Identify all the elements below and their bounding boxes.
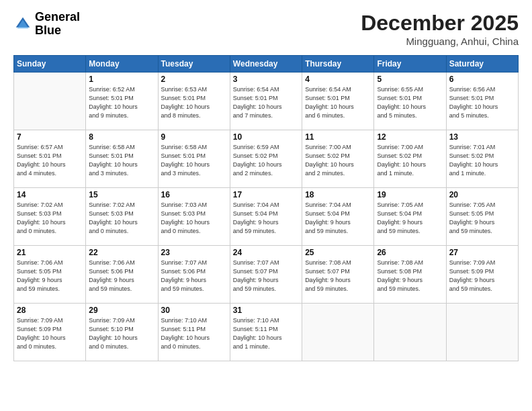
calendar-header-row: SundayMondayTuesdayWednesdayThursdayFrid… [14, 56, 519, 73]
day-info: Sunrise: 7:08 AM Sunset: 5:07 PM Dayligh… [305, 259, 371, 293]
calendar-cell: 19Sunrise: 7:05 AM Sunset: 5:04 PM Dayli… [374, 188, 446, 246]
calendar-cell: 22Sunrise: 7:06 AM Sunset: 5:06 PM Dayli… [86, 246, 158, 304]
calendar-week-row: 21Sunrise: 7:06 AM Sunset: 5:05 PM Dayli… [14, 246, 519, 304]
calendar-cell: 11Sunrise: 7:00 AM Sunset: 5:02 PM Dayli… [302, 130, 374, 188]
day-number: 27 [449, 248, 515, 257]
calendar-week-row: 7Sunrise: 6:57 AM Sunset: 5:01 PM Daylig… [14, 130, 519, 188]
day-number: 20 [449, 190, 515, 199]
day-info: Sunrise: 7:09 AM Sunset: 5:09 PM Dayligh… [449, 259, 515, 293]
day-number: 4 [305, 75, 371, 84]
day-number: 17 [233, 190, 299, 199]
calendar-weekday: Monday [86, 56, 158, 73]
day-info: Sunrise: 6:59 AM Sunset: 5:02 PM Dayligh… [233, 143, 299, 178]
calendar-table: SundayMondayTuesdayWednesdayThursdayFrid… [13, 55, 519, 361]
day-info: Sunrise: 6:55 AM Sunset: 5:01 PM Dayligh… [377, 85, 443, 120]
day-number: 6 [449, 75, 515, 84]
day-info: Sunrise: 7:01 AM Sunset: 5:02 PM Dayligh… [449, 143, 515, 178]
calendar-cell [446, 304, 518, 361]
day-number: 30 [161, 306, 227, 315]
day-info: Sunrise: 7:07 AM Sunset: 5:07 PM Dayligh… [233, 259, 299, 293]
logo-general: General [35, 11, 80, 24]
day-info: Sunrise: 7:05 AM Sunset: 5:04 PM Dayligh… [377, 201, 443, 236]
day-info: Sunrise: 7:02 AM Sunset: 5:03 PM Dayligh… [89, 201, 154, 236]
calendar-cell: 13Sunrise: 7:01 AM Sunset: 5:02 PM Dayli… [446, 130, 518, 188]
day-info: Sunrise: 7:02 AM Sunset: 5:03 PM Dayligh… [17, 201, 83, 236]
day-number: 25 [305, 248, 371, 257]
calendar-cell: 9Sunrise: 6:58 AM Sunset: 5:01 PM Daylig… [158, 130, 230, 188]
day-info: Sunrise: 7:04 AM Sunset: 5:04 PM Dayligh… [305, 201, 371, 236]
calendar-weekday: Wednesday [230, 56, 302, 73]
day-info: Sunrise: 7:10 AM Sunset: 5:11 PM Dayligh… [161, 316, 227, 351]
day-info: Sunrise: 7:10 AM Sunset: 5:11 PM Dayligh… [233, 316, 299, 351]
calendar-cell: 2Sunrise: 6:53 AM Sunset: 5:01 PM Daylig… [158, 73, 230, 130]
day-number: 29 [89, 306, 154, 315]
calendar-cell: 3Sunrise: 6:54 AM Sunset: 5:01 PM Daylig… [230, 73, 302, 130]
logo-text: General Blue [35, 11, 80, 38]
day-number: 2 [161, 75, 227, 84]
day-info: Sunrise: 7:00 AM Sunset: 5:02 PM Dayligh… [305, 143, 371, 178]
calendar-week-row: 28Sunrise: 7:09 AM Sunset: 5:09 PM Dayli… [14, 304, 519, 361]
day-number: 31 [233, 306, 299, 315]
logo-blue: Blue [35, 24, 80, 38]
day-number: 24 [233, 248, 299, 257]
calendar-cell: 26Sunrise: 7:08 AM Sunset: 5:08 PM Dayli… [374, 246, 446, 304]
day-number: 8 [89, 132, 154, 142]
day-info: Sunrise: 7:03 AM Sunset: 5:03 PM Dayligh… [161, 201, 227, 236]
day-info: Sunrise: 6:56 AM Sunset: 5:01 PM Dayligh… [449, 85, 515, 120]
header: General Blue December 2025 Mingguang, An… [13, 11, 519, 47]
calendar-cell: 31Sunrise: 7:10 AM Sunset: 5:11 PM Dayli… [230, 304, 302, 361]
calendar-cell: 5Sunrise: 6:55 AM Sunset: 5:01 PM Daylig… [374, 73, 446, 130]
day-info: Sunrise: 6:58 AM Sunset: 5:01 PM Dayligh… [89, 143, 154, 178]
calendar-weekday: Friday [374, 56, 446, 73]
day-number: 5 [377, 75, 443, 84]
day-info: Sunrise: 6:52 AM Sunset: 5:01 PM Dayligh… [89, 85, 154, 120]
page: General Blue December 2025 Mingguang, An… [0, 0, 532, 411]
day-info: Sunrise: 7:00 AM Sunset: 5:02 PM Dayligh… [377, 143, 443, 178]
calendar-cell: 4Sunrise: 6:54 AM Sunset: 5:01 PM Daylig… [302, 73, 374, 130]
calendar-cell: 18Sunrise: 7:04 AM Sunset: 5:04 PM Dayli… [302, 188, 374, 246]
calendar-cell: 15Sunrise: 7:02 AM Sunset: 5:03 PM Dayli… [86, 188, 158, 246]
day-info: Sunrise: 7:06 AM Sunset: 5:05 PM Dayligh… [17, 259, 83, 293]
calendar-cell: 17Sunrise: 7:04 AM Sunset: 5:04 PM Dayli… [230, 188, 302, 246]
calendar-cell [302, 304, 374, 361]
day-info: Sunrise: 7:07 AM Sunset: 5:06 PM Dayligh… [161, 259, 227, 293]
day-info: Sunrise: 6:58 AM Sunset: 5:01 PM Dayligh… [161, 143, 227, 178]
day-info: Sunrise: 7:04 AM Sunset: 5:04 PM Dayligh… [233, 201, 299, 236]
day-number: 11 [305, 132, 371, 142]
calendar-cell: 12Sunrise: 7:00 AM Sunset: 5:02 PM Dayli… [374, 130, 446, 188]
day-info: Sunrise: 6:54 AM Sunset: 5:01 PM Dayligh… [305, 85, 371, 120]
calendar-cell: 29Sunrise: 7:09 AM Sunset: 5:10 PM Dayli… [86, 304, 158, 361]
day-number: 9 [161, 132, 227, 142]
calendar-cell: 24Sunrise: 7:07 AM Sunset: 5:07 PM Dayli… [230, 246, 302, 304]
day-info: Sunrise: 7:09 AM Sunset: 5:10 PM Dayligh… [89, 316, 154, 351]
calendar-cell: 28Sunrise: 7:09 AM Sunset: 5:09 PM Dayli… [14, 304, 86, 361]
day-number: 26 [377, 248, 443, 257]
day-number: 23 [161, 248, 227, 257]
calendar-cell: 1Sunrise: 6:52 AM Sunset: 5:01 PM Daylig… [86, 73, 158, 130]
day-number: 19 [377, 190, 443, 199]
logo: General Blue [13, 11, 80, 38]
day-number: 3 [233, 75, 299, 84]
day-number: 18 [305, 190, 371, 199]
calendar-cell: 21Sunrise: 7:06 AM Sunset: 5:05 PM Dayli… [14, 246, 86, 304]
location: Mingguang, Anhui, China [361, 36, 519, 47]
day-info: Sunrise: 7:06 AM Sunset: 5:06 PM Dayligh… [89, 259, 154, 293]
month-title: December 2025 [361, 11, 519, 36]
calendar-cell: 25Sunrise: 7:08 AM Sunset: 5:07 PM Dayli… [302, 246, 374, 304]
calendar-cell: 27Sunrise: 7:09 AM Sunset: 5:09 PM Dayli… [446, 246, 518, 304]
day-number: 1 [89, 75, 154, 84]
day-number: 21 [17, 248, 83, 257]
day-info: Sunrise: 6:54 AM Sunset: 5:01 PM Dayligh… [233, 85, 299, 120]
logo-icon [13, 15, 32, 34]
day-number: 13 [449, 132, 515, 142]
day-number: 7 [17, 132, 83, 142]
day-number: 22 [89, 248, 154, 257]
day-number: 28 [17, 306, 83, 315]
calendar-cell: 14Sunrise: 7:02 AM Sunset: 5:03 PM Dayli… [14, 188, 86, 246]
calendar-cell: 7Sunrise: 6:57 AM Sunset: 5:01 PM Daylig… [14, 130, 86, 188]
day-info: Sunrise: 7:08 AM Sunset: 5:08 PM Dayligh… [377, 259, 443, 293]
calendar-week-row: 14Sunrise: 7:02 AM Sunset: 5:03 PM Dayli… [14, 188, 519, 246]
calendar-cell: 6Sunrise: 6:56 AM Sunset: 5:01 PM Daylig… [446, 73, 518, 130]
title-block: December 2025 Mingguang, Anhui, China [361, 11, 519, 47]
day-number: 12 [377, 132, 443, 142]
